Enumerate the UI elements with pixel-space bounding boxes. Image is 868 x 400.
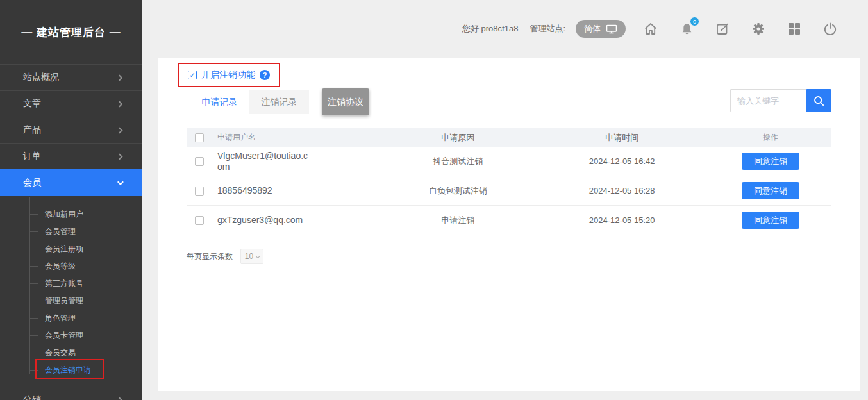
sidebar-item-members[interactable]: 会员 [0, 169, 142, 196]
chevron-right-icon [117, 74, 123, 81]
pagination-bar: 每页显示条数 10 [187, 249, 263, 264]
sidebar-item-articles[interactable]: 文章 [0, 90, 142, 117]
submenu-item-member-levels[interactable]: 会员等级 [0, 258, 142, 275]
submenu-item-member-cards[interactable]: 会员卡管理 [0, 327, 142, 344]
row-username: VlgcMuser1@toutiao.com [217, 151, 312, 172]
chevron-down-icon [117, 179, 124, 185]
topbar-icon-row: 0 [642, 21, 839, 37]
language-label: 简体 [584, 23, 601, 35]
row-username: gxTzguser3@qq.com [217, 215, 303, 226]
logout-power-icon[interactable] [822, 21, 839, 37]
chevron-right-icon [117, 153, 123, 160]
sidebar-item-site-overview[interactable]: 站点概况 [0, 64, 142, 90]
submenu-item-role-management[interactable]: 角色管理 [0, 310, 142, 327]
enable-cancellation-label[interactable]: 开启注销功能 [201, 69, 255, 81]
select-all-checkbox[interactable] [195, 133, 204, 142]
chevron-right-icon [117, 101, 123, 107]
cancellation-requests-table: 申请用户名 申请原因 申请时间 操作 VlgcMuser1@toutiao.co… [187, 128, 831, 235]
page-size-label: 每页显示条数 [187, 251, 233, 262]
page-size-value: 10 [245, 252, 253, 261]
row-time: 2024-12-05 15:20 [534, 215, 710, 225]
row-reason: 自负包测试注销 [381, 185, 534, 197]
tabs-row: 申请记录 注销记录 注销协议 [190, 88, 831, 115]
search-input[interactable] [730, 89, 806, 112]
topbar: 您好 pro8cf1a8 管理站点: 简体 0 [142, 0, 868, 58]
row-username: 18856495892 [217, 185, 272, 196]
enable-cancellation-checkbox[interactable]: ✓ [188, 71, 197, 79]
edit-icon[interactable] [714, 21, 731, 37]
managed-site-label: 管理站点: [530, 23, 565, 35]
language-preview-button[interactable]: 简体 [576, 20, 626, 38]
approve-cancellation-button[interactable]: 同意注销 [742, 182, 799, 199]
sidebar-item-products[interactable]: 产品 [0, 117, 142, 143]
table-row: gxTzguser3@qq.com 申请注销 2024-12-05 15:20 … [187, 206, 831, 235]
notification-badge: 0 [690, 17, 699, 26]
sidebar-item-label: 分销 [23, 394, 41, 400]
row-checkbox[interactable] [195, 187, 204, 196]
submenu-item-member-management[interactable]: 会员管理 [0, 223, 142, 240]
app-title: — 建站管理后台 — [0, 0, 142, 64]
settings-gear-icon[interactable] [750, 21, 767, 37]
submenu-item-registration-fields[interactable]: 会员注册项 [0, 240, 142, 258]
chevron-right-icon [117, 127, 123, 133]
row-time: 2024-12-05 16:42 [534, 156, 710, 166]
sidebar-item-label: 文章 [23, 98, 41, 110]
chevron-down-icon [256, 254, 260, 258]
monitor-icon [606, 24, 617, 34]
sidebar-item-label: 订单 [23, 151, 41, 162]
table-row: 18856495892 自负包测试注销 2024-12-05 16:28 同意注… [187, 176, 831, 206]
sidebar-item-label: 站点概况 [23, 72, 59, 83]
tab-cancellation-records[interactable]: 注销记录 [249, 90, 309, 114]
annotation-red-box-toggle: ✓ 开启注销功能 ? [178, 63, 280, 87]
header-time: 申请时间 [534, 132, 710, 144]
apps-grid-icon[interactable] [786, 21, 803, 37]
submenu-item-member-transactions[interactable]: 会员交易 [0, 344, 142, 362]
submenu-item-member-cancellation[interactable]: 会员注销申请 [0, 362, 142, 379]
row-checkbox[interactable] [195, 157, 204, 166]
row-reason: 抖音测试注销 [381, 156, 534, 167]
table-header-row: 申请用户名 申请原因 申请时间 操作 [187, 128, 831, 147]
main-content-card: ✓ 开启注销功能 ? 申请记录 注销记录 注销协议 申请用户名 申请原因 申 [158, 58, 860, 391]
members-submenu: 添加新用户 会员管理 会员注册项 会员等级 第三方账号 管理员管理 角色管理 会… [0, 196, 142, 387]
search-icon [813, 95, 825, 107]
table-row: VlgcMuser1@toutiao.com 抖音测试注销 2024-12-05… [187, 147, 831, 176]
tab-cancellation-agreement[interactable]: 注销协议 [322, 88, 369, 115]
submenu-item-add-user[interactable]: 添加新用户 [0, 206, 142, 223]
sidebar-item-label: 产品 [23, 124, 41, 136]
header-reason: 申请原因 [381, 132, 534, 144]
row-checkbox[interactable] [195, 216, 204, 225]
greeting-text: 您好 pro8cf1a8 [462, 23, 518, 35]
header-username: 申请用户名 [217, 132, 381, 143]
chevron-right-icon [117, 397, 123, 400]
header-action: 操作 [710, 132, 831, 143]
sidebar-item-orders[interactable]: 订单 [0, 143, 142, 169]
submenu-item-third-party-accounts[interactable]: 第三方账号 [0, 275, 142, 292]
search-bar [730, 89, 831, 112]
home-icon[interactable] [642, 21, 659, 37]
approve-cancellation-button[interactable]: 同意注销 [742, 153, 799, 170]
sidebar-item-label: 会员 [23, 177, 41, 188]
tab-application-records[interactable]: 申请记录 [190, 90, 249, 114]
sidebar: — 建站管理后台 — 站点概况 文章 产品 订单 会员 添加新用户 会员管理 会… [0, 0, 142, 400]
help-question-icon[interactable]: ? [260, 70, 270, 80]
search-button[interactable] [806, 89, 831, 112]
page-size-select[interactable]: 10 [240, 249, 263, 264]
row-reason: 申请注销 [381, 215, 534, 226]
submenu-item-admin-management[interactable]: 管理员管理 [0, 292, 142, 310]
sidebar-item-distribution[interactable]: 分销 [0, 387, 142, 400]
approve-cancellation-button[interactable]: 同意注销 [742, 212, 799, 229]
row-time: 2024-12-05 16:28 [534, 186, 710, 196]
notifications-bell-icon[interactable]: 0 [678, 21, 695, 37]
